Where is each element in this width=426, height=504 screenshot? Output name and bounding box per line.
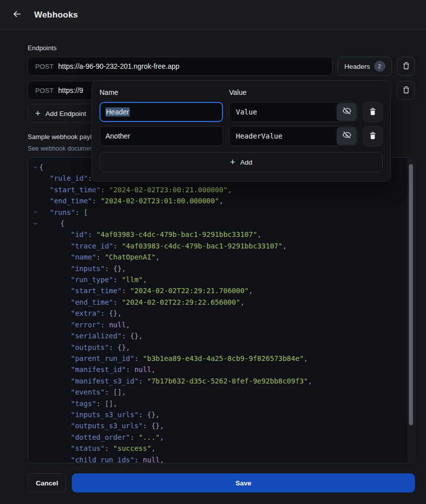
header-name-input[interactable]: Another <box>99 126 223 146</box>
back-button[interactable] <box>9 7 25 23</box>
trash-icon <box>401 85 411 96</box>
footer-actions: Cancel Save <box>0 473 426 492</box>
page-title: Webhooks <box>34 10 78 20</box>
plus-icon: + <box>35 109 41 118</box>
toggle-visibility-button[interactable] <box>337 127 357 145</box>
headers-popover: Name Value Header Value <box>91 80 391 182</box>
headers-button[interactable]: Headers 2 <box>338 57 392 76</box>
header-name-value: Header <box>105 107 130 116</box>
plus-icon: + <box>230 158 236 167</box>
header-kv-row: Another HeaderValue <box>99 126 383 146</box>
code-scrollbar-thumb[interactable] <box>409 164 413 425</box>
endpoint-url-value: https://a-96-90-232-201.ngrok-free.app <box>58 62 179 70</box>
http-method-label: POST <box>35 63 54 70</box>
trash-icon <box>368 107 377 117</box>
cancel-button[interactable]: Cancel <box>28 473 66 492</box>
eye-off-icon <box>342 131 352 142</box>
endpoint-url-input[interactable]: POST https://a-96-90-232-201.ngrok-free.… <box>28 57 333 76</box>
header-value-input[interactable]: HeaderValue <box>229 126 358 146</box>
headers-button-label: Headers <box>344 63 370 70</box>
endpoints-label: Endpoints <box>28 44 415 52</box>
value-column-label: Value <box>229 88 247 96</box>
payload-code-editor[interactable]: {"rule_id": "start_time": "2024-02-02T23… <box>28 157 415 463</box>
delete-header-button[interactable] <box>363 126 383 146</box>
delete-endpoint-button[interactable] <box>397 81 415 100</box>
name-column-label: Name <box>99 88 229 96</box>
header-name-value: Another <box>105 132 130 140</box>
endpoint-row: POST https://a-96-90-232-201.ngrok-free.… <box>28 57 415 76</box>
add-endpoint-label: Add Endpoint <box>46 110 86 117</box>
headers-count-badge: 2 <box>374 61 385 72</box>
endpoint-url-value: https://9 <box>58 86 83 94</box>
header-kv-row: Header Value <box>99 102 383 122</box>
header-value-text: Value <box>236 108 336 116</box>
top-bar: Webhooks <box>0 0 426 30</box>
header-value-input[interactable]: Value <box>229 102 358 122</box>
add-header-button[interactable]: + Add <box>99 152 383 172</box>
header-value-text: HeaderValue <box>236 132 336 140</box>
code-lines: {"rule_id": "start_time": "2024-02-02T23… <box>31 162 405 463</box>
http-method-label: POST <box>35 87 54 94</box>
code-scrollbar-track[interactable] <box>407 158 414 462</box>
add-header-label: Add <box>240 159 252 166</box>
trash-icon <box>368 131 377 142</box>
toggle-visibility-button[interactable] <box>337 103 357 121</box>
back-arrow-icon <box>12 9 22 21</box>
delete-endpoint-button[interactable] <box>397 57 415 76</box>
save-button[interactable]: Save <box>72 473 415 492</box>
trash-icon <box>401 61 411 72</box>
header-name-input[interactable]: Header <box>99 102 223 122</box>
delete-header-button[interactable] <box>363 102 383 122</box>
eye-off-icon <box>342 106 352 117</box>
